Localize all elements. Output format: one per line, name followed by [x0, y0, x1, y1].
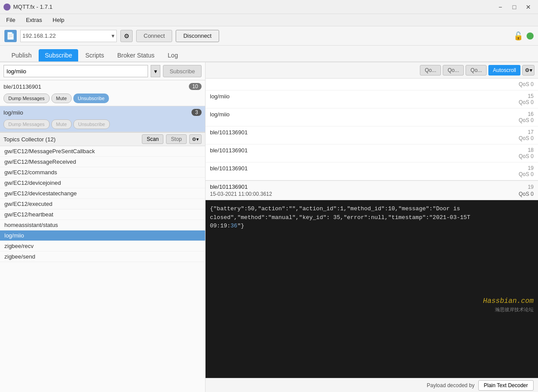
lock-icon: 🔓 [513, 31, 523, 41]
message-qos-label: QoS 0 [498, 153, 534, 159]
message-item[interactable]: log/miio 16 QoS 0 [206, 108, 538, 126]
qos-filter-button-0[interactable]: Qo... [420, 65, 441, 76]
footer-label: Payload decoded by [427, 382, 475, 388]
topic-list-item[interactable]: gw/EC12/MessagePreSentCallback [0, 146, 205, 157]
right-panel-header: Qo... Qo... Qo... Autoscroll ⚙▾ [206, 62, 538, 79]
menu-extras[interactable]: Extras [23, 16, 45, 24]
message-meta: 16 QoS 0 [498, 111, 534, 123]
message-item[interactable]: ble/101136901 18 QoS 0 [206, 144, 538, 162]
tab-subscribe[interactable]: Subscribe [39, 49, 78, 61]
topic-list-item[interactable]: zigbee/recv [0, 241, 205, 252]
subscription-topic: ble/101136901 [4, 83, 41, 90]
topic-list-item[interactable]: gw/EC12/MessageReceived [0, 157, 205, 167]
connect-button[interactable]: Connect [136, 30, 172, 42]
tab-broker-status[interactable]: Broker Status [111, 49, 161, 61]
message-item[interactable]: ble/101136901 19 QoS 0 [206, 162, 538, 180]
stop-button[interactable]: Stop [166, 134, 187, 144]
dump-messages-button[interactable]: Dump Messages [4, 94, 50, 103]
unsubscribe-button-active[interactable]: Unsubscribe [73, 119, 110, 129]
topic-dropdown-arrow[interactable]: ▾ [151, 65, 160, 77]
minimize-button[interactable]: − [494, 3, 506, 11]
unsubscribe-button[interactable]: Unsubscribe [73, 94, 109, 103]
message-num: 16 [498, 111, 534, 117]
maximize-button[interactable]: □ [508, 3, 520, 11]
dump-messages-button-active[interactable]: Dump Messages [4, 119, 50, 129]
scan-button[interactable]: Scan [142, 134, 163, 144]
message-qos-label: QoS 0 [498, 135, 534, 141]
qos-filter-button-2[interactable]: Qo... [466, 65, 487, 76]
message-meta: 17 QoS 0 [498, 129, 534, 141]
dropdown-arrow-icon: ▾ [112, 32, 115, 39]
topic-list-item[interactable]: gw/EC12/commands [0, 167, 205, 178]
toolbar: 📄 192.168.1.22 ▾ ⚙ Connect Disconnect 🔓 [0, 26, 538, 46]
footer-decoder[interactable]: Plain Text Decoder [478, 380, 534, 391]
message-num: 19 [498, 165, 534, 171]
selected-qos: QoS 0 [519, 191, 534, 197]
selected-message-panel: ble/101136901 19 15-03-2021 11:00:00.361… [206, 181, 538, 200]
subscription-count-badge: 10 [189, 83, 202, 90]
tab-scripts[interactable]: Scripts [79, 49, 110, 61]
topic-list-item[interactable]: gw/EC12/heartbeat [0, 209, 205, 220]
window-controls: − □ ✕ [494, 3, 534, 11]
titlebar: MQTT.fx - 1.7.1 − □ ✕ [0, 0, 538, 14]
message-meta: 18 QoS 0 [498, 147, 534, 159]
subscription-list: ble/101136901 10 Dump Messages Mute Unsu… [0, 80, 205, 132]
message-list: QoS 0 log/miio 15 QoS 0 log/miio 16 QoS … [206, 79, 538, 181]
topic-list-item[interactable]: homeassistant/status [0, 220, 205, 230]
payload-line-1: {"battery":50,"action":"","action_id":1,… [210, 205, 534, 213]
subscription-row[interactable]: ble/101136901 10 [0, 80, 205, 93]
mute-button-active[interactable]: Mute [51, 119, 72, 129]
menu-help[interactable]: Help [50, 16, 67, 24]
app-title: MQTT.fx - 1.7.1 [13, 4, 494, 10]
topic-list-item[interactable]: gw/EC12/devicejoined [0, 178, 205, 188]
payload-line-3: 09:19:36"} [210, 222, 534, 230]
tab-publish[interactable]: Publish [5, 49, 38, 61]
connection-selector[interactable]: 192.168.1.22 ▾ [20, 30, 117, 42]
connection-settings-button[interactable]: ⚙ [120, 30, 133, 42]
topics-settings-button[interactable]: ⚙▾ [189, 134, 202, 144]
message-meta: 15 QoS 0 [498, 93, 534, 105]
message-item[interactable]: ble/101136901 17 QoS 0 [206, 126, 538, 144]
subscription-item-active: log/miio 3 Dump Messages Mute Unsubscrib… [0, 106, 205, 132]
message-topic-label: ble/101136901 [210, 147, 498, 154]
message-qos-label: QoS 0 [498, 99, 534, 105]
main-content: ▾ Subscribe ble/101136901 10 Dump Messag… [0, 62, 538, 392]
autoscroll-button[interactable]: Autoscroll [488, 65, 520, 76]
subscription-actions-active: Dump Messages Mute Unsubscribe [0, 119, 205, 132]
tab-log[interactable]: Log [162, 49, 184, 61]
topic-input[interactable] [4, 65, 148, 77]
subscription-actions: Dump Messages Mute Unsubscribe [0, 93, 205, 106]
subscribe-bar: ▾ Subscribe [0, 62, 205, 80]
topic-list-item[interactable]: zigbee/send [0, 252, 205, 262]
payload-highlight: 36 [231, 223, 238, 229]
message-meta: 19 QoS 0 [498, 165, 534, 177]
menu-file[interactable]: File [4, 16, 18, 24]
disconnect-button[interactable]: Disconnect [176, 30, 219, 42]
qos-filter-button-1[interactable]: Qo... [443, 65, 464, 76]
subscription-topic-active: log/miio [4, 109, 23, 116]
mute-button[interactable]: Mute [51, 94, 72, 103]
topics-collector: Topics Collector (12) Scan Stop ⚙▾ gw/EC… [0, 132, 205, 392]
subscribe-button[interactable]: Subscribe [163, 65, 202, 77]
message-qos-label: QoS 0 [498, 117, 534, 123]
subscription-row-active[interactable]: log/miio 3 [0, 106, 205, 119]
subscription-count-badge-active: 3 [191, 109, 202, 116]
new-connection-icon[interactable]: 📄 [4, 30, 17, 42]
close-button[interactable]: ✕ [522, 3, 534, 11]
menubar: File Extras Help [0, 14, 538, 26]
topic-list-item-active[interactable]: log/miio [0, 230, 205, 241]
message-topic-label: ble/101136901 [210, 165, 498, 172]
message-settings-button[interactable]: ⚙▾ [522, 65, 534, 76]
topic-list-item[interactable]: gw/EC12/devicestatechange [0, 188, 205, 199]
payload-area: {"battery":50,"action":"","action_id":1,… [206, 200, 538, 378]
message-item[interactable]: log/miio 15 QoS 0 [206, 90, 538, 108]
selected-topic: ble/101136901 [210, 183, 248, 190]
connection-value: 192.168.1.22 [22, 32, 56, 39]
right-panel: Qo... Qo... Qo... Autoscroll ⚙▾ QoS 0 lo… [206, 62, 538, 392]
left-panel: ▾ Subscribe ble/101136901 10 Dump Messag… [0, 62, 206, 392]
message-item[interactable]: QoS 0 [206, 79, 538, 90]
topics-collector-header: Topics Collector (12) Scan Stop ⚙▾ [0, 133, 205, 146]
message-topic-label: log/miio [210, 93, 498, 100]
app-icon [4, 4, 11, 11]
topic-list-item[interactable]: gw/EC12/executed [0, 199, 205, 209]
